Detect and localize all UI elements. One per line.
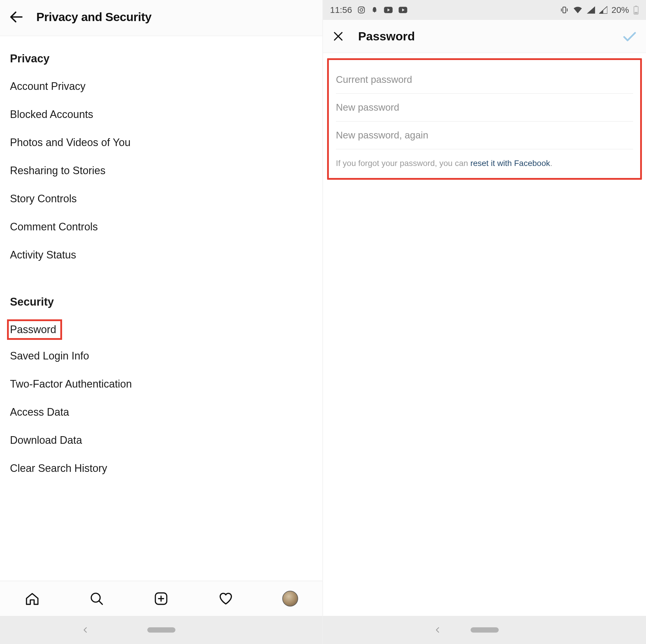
- svg-rect-20: [635, 6, 637, 6]
- settings-item-two-factor[interactable]: Two-Factor Authentication: [10, 378, 312, 406]
- system-back-icon[interactable]: [82, 625, 89, 635]
- reset-with-facebook-link[interactable]: reset it with Facebook: [470, 159, 550, 168]
- settings-item-blocked-accounts[interactable]: Blocked Accounts: [10, 108, 312, 136]
- signal-icon: [599, 6, 607, 14]
- settings-item-password[interactable]: Password: [9, 321, 60, 338]
- home-icon[interactable]: [24, 591, 40, 607]
- current-password-field[interactable]: [336, 66, 633, 94]
- section-title-security: Security: [10, 296, 312, 308]
- svg-point-8: [363, 8, 364, 8]
- status-time: 11:56: [330, 5, 352, 15]
- svg-line-2: [99, 601, 103, 604]
- settings-item-photos-videos[interactable]: Photos and Videos of You: [10, 136, 312, 164]
- add-post-icon[interactable]: [153, 591, 169, 607]
- screen-privacy-security: Privacy and Security Privacy Account Pri…: [0, 0, 323, 644]
- system-back-icon[interactable]: [434, 625, 441, 635]
- wifi-icon: [573, 6, 583, 14]
- settings-item-account-privacy[interactable]: Account Privacy: [10, 80, 312, 108]
- activity-heart-icon[interactable]: [218, 591, 234, 607]
- profile-avatar-icon[interactable]: [282, 591, 298, 607]
- settings-item-saved-login[interactable]: Saved Login Info: [10, 350, 312, 378]
- section-title-privacy: Privacy: [10, 52, 312, 65]
- settings-item-activity-status[interactable]: Activity Status: [10, 249, 312, 277]
- new-password-field[interactable]: [336, 94, 633, 122]
- youtube-status-icon: [398, 6, 408, 13]
- bottom-tab-bar: [0, 581, 322, 616]
- app-header: Password: [323, 20, 646, 53]
- svg-point-7: [360, 8, 362, 11]
- settings-item-clear-search[interactable]: Clear Search History: [10, 462, 312, 490]
- system-home-pill[interactable]: [147, 627, 176, 633]
- vibrate-icon: [560, 6, 569, 14]
- helper-text-suffix: .: [550, 159, 552, 168]
- system-status-bar: 11:56: [323, 0, 646, 20]
- screen-password: 11:56: [323, 0, 646, 644]
- close-icon[interactable]: [331, 29, 345, 43]
- system-nav-bar: [323, 616, 646, 644]
- confirm-check-icon[interactable]: [621, 28, 638, 44]
- svg-marker-16: [587, 6, 595, 13]
- snapchat-status-icon: [371, 6, 379, 14]
- page-title: Privacy and Security: [36, 10, 151, 24]
- signal-icon: [587, 6, 595, 14]
- instagram-status-icon: [357, 6, 365, 14]
- search-icon[interactable]: [88, 591, 105, 607]
- svg-rect-13: [563, 7, 566, 13]
- settings-item-story-controls[interactable]: Story Controls: [10, 192, 312, 221]
- battery-icon: [633, 5, 639, 15]
- helper-text-prefix: If you forgot your password, you can: [336, 159, 470, 168]
- settings-item-comment-controls[interactable]: Comment Controls: [10, 221, 312, 249]
- section-security: Security Password Saved Login Info Two-F…: [10, 296, 312, 490]
- settings-item-download-data[interactable]: Download Data: [10, 434, 312, 462]
- system-nav-bar: [0, 616, 322, 644]
- forgot-password-helper: If you forgot your password, you can res…: [336, 149, 633, 170]
- password-form-highlight: If you forgot your password, you can res…: [327, 58, 642, 180]
- app-header: Privacy and Security: [0, 0, 322, 36]
- settings-list: Privacy Account Privacy Blocked Accounts…: [0, 36, 322, 581]
- settings-item-resharing-stories[interactable]: Resharing to Stories: [10, 164, 312, 192]
- youtube-status-icon: [384, 6, 393, 13]
- page-title: Password: [358, 29, 415, 43]
- new-password-again-field[interactable]: [336, 122, 633, 149]
- system-home-pill[interactable]: [470, 627, 499, 633]
- section-privacy: Privacy Account Privacy Blocked Accounts…: [10, 52, 312, 277]
- back-icon[interactable]: [8, 9, 25, 25]
- battery-percent: 20%: [612, 5, 629, 15]
- svg-rect-21: [635, 12, 638, 13]
- settings-item-access-data[interactable]: Access Data: [10, 406, 312, 434]
